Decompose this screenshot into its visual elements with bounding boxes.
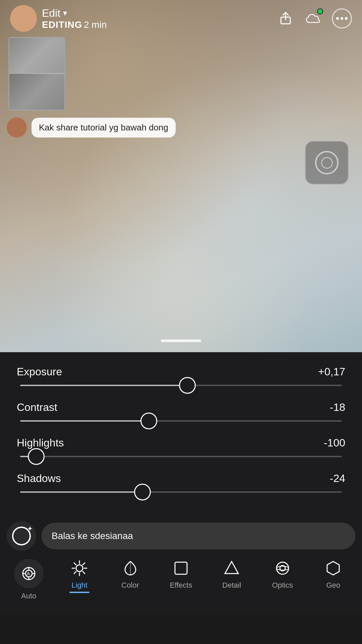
tool-item-optics[interactable]: Optics bbox=[266, 559, 299, 590]
top-right-icons bbox=[277, 8, 352, 29]
slider-label-contrast: Contrast bbox=[17, 401, 57, 414]
svg-rect-19 bbox=[175, 562, 187, 574]
slider-header-exposure: Exposure +0,17 bbox=[17, 366, 345, 378]
edit-label[interactable]: Edit bbox=[42, 7, 60, 19]
slider-label-highlights: Highlights bbox=[17, 437, 64, 449]
top-bar: Edit ▾ EDITING 2 min bbox=[0, 0, 362, 37]
camera-lens-inner bbox=[321, 157, 333, 169]
comment-input-row: ✦ Balas ke sdesianaa bbox=[0, 521, 362, 551]
optics-icon bbox=[273, 559, 292, 578]
slider-label-exposure: Exposure bbox=[17, 366, 62, 378]
svg-line-17 bbox=[74, 572, 76, 574]
comment-text: Kak share tutorial yg bawah dong bbox=[39, 122, 168, 132]
edit-section: Edit ▾ EDITING 2 min bbox=[42, 7, 107, 30]
tool-active-indicator bbox=[69, 592, 89, 593]
slider-row-highlights[interactable]: Highlights -100 bbox=[17, 437, 345, 457]
slider-header-shadows: Shadows -24 bbox=[17, 472, 345, 485]
tool-item-detail[interactable]: Detail bbox=[215, 559, 248, 590]
commenter-avatar bbox=[7, 117, 27, 138]
photo-area: Kak share tutorial yg bawah dong bbox=[0, 0, 362, 352]
slider-value-contrast: -18 bbox=[330, 401, 345, 414]
slider-row-shadows[interactable]: Shadows -24 bbox=[17, 472, 345, 493]
dot1 bbox=[336, 17, 339, 20]
slider-fill-shadows bbox=[20, 491, 142, 493]
tool-item-light[interactable]: Light bbox=[63, 559, 96, 593]
slider-value-exposure: +0,17 bbox=[318, 366, 345, 378]
slider-track-contrast[interactable] bbox=[20, 420, 342, 422]
slider-fill-exposure bbox=[20, 385, 187, 386]
cloud-sync-icon[interactable] bbox=[304, 10, 322, 27]
slider-value-shadows: -24 bbox=[330, 472, 345, 485]
slider-thumb-exposure[interactable] bbox=[179, 377, 196, 394]
dot2 bbox=[341, 17, 343, 20]
cloud-sync-dot bbox=[317, 8, 323, 14]
slider-header-highlights: Highlights -100 bbox=[17, 437, 345, 449]
tool-label-optics: Optics bbox=[272, 581, 293, 590]
comment-bubble: Kak share tutorial yg bawah dong bbox=[32, 118, 176, 138]
slider-track-shadows[interactable] bbox=[20, 491, 342, 493]
editing-time: 2 min bbox=[84, 19, 107, 30]
slider-thumb-highlights[interactable] bbox=[28, 448, 45, 465]
slider-track-exposure[interactable] bbox=[20, 385, 342, 386]
tool-label-geo: Geo bbox=[326, 581, 340, 590]
tool-item-color[interactable]: Color bbox=[114, 559, 147, 590]
share-icon[interactable] bbox=[277, 10, 294, 27]
drag-handle[interactable] bbox=[161, 339, 201, 342]
light-icon bbox=[70, 559, 89, 578]
editing-panel: Exposure +0,17 Contrast -18 Highlights -… bbox=[0, 352, 362, 515]
slider-row-contrast[interactable]: Contrast -18 bbox=[17, 401, 345, 422]
tool-label-auto: Auto bbox=[21, 592, 36, 600]
camera-lens bbox=[315, 151, 339, 174]
slider-row-exposure[interactable]: Exposure +0,17 bbox=[17, 366, 345, 386]
tool-item-auto[interactable]: A Auto bbox=[12, 559, 46, 600]
svg-line-14 bbox=[74, 563, 76, 565]
svg-point-23 bbox=[277, 566, 289, 570]
tool-label-detail: Detail bbox=[222, 581, 241, 590]
slider-value-highlights: -100 bbox=[324, 437, 345, 449]
bottom-nav: ✦ Balas ke sdesianaa A Auto bbox=[0, 515, 362, 614]
auto-btn-circle: A bbox=[14, 559, 44, 588]
avatar bbox=[10, 5, 37, 32]
effects-icon bbox=[172, 559, 190, 578]
toolbar: A Auto Light bbox=[0, 559, 362, 600]
comment-placeholder: Balas ke sdesianaa bbox=[52, 531, 133, 541]
svg-line-16 bbox=[83, 563, 85, 565]
slider-thumb-shadows[interactable] bbox=[134, 484, 151, 500]
tool-label-color: Color bbox=[121, 581, 139, 590]
svg-line-15 bbox=[83, 572, 85, 574]
thumb-top bbox=[9, 38, 64, 74]
slider-fill-contrast bbox=[20, 420, 149, 422]
color-icon bbox=[121, 559, 140, 578]
camera-overlay-button[interactable] bbox=[305, 141, 349, 184]
tool-item-effects[interactable]: Effects bbox=[164, 559, 198, 590]
geo-icon bbox=[324, 559, 343, 578]
tool-label-effects: Effects bbox=[170, 581, 192, 590]
svg-point-9 bbox=[76, 565, 83, 572]
svg-text:A: A bbox=[27, 571, 30, 576]
dot3 bbox=[345, 17, 348, 20]
tool-item-geo[interactable]: Geo bbox=[316, 559, 350, 590]
svg-marker-20 bbox=[225, 561, 238, 574]
thumb-bottom bbox=[9, 74, 64, 110]
edit-dropdown-icon[interactable]: ▾ bbox=[63, 8, 67, 18]
slider-track-highlights[interactable] bbox=[20, 456, 342, 457]
editing-status: EDITING bbox=[42, 19, 82, 30]
comment-input[interactable]: Balas ke sdesianaa bbox=[42, 523, 355, 549]
camera-capture-button[interactable]: ✦ bbox=[7, 521, 36, 551]
slider-thumb-contrast[interactable] bbox=[140, 413, 157, 429]
camera-sparkle-icon: ✦ bbox=[27, 525, 33, 533]
camera-btn-inner: ✦ bbox=[12, 527, 31, 545]
slider-label-shadows: Shadows bbox=[17, 472, 61, 485]
tool-label-light: Light bbox=[71, 581, 87, 590]
svg-point-21 bbox=[277, 562, 289, 574]
comment-area: Kak share tutorial yg bawah dong bbox=[7, 117, 176, 138]
thumbnail-overlay[interactable] bbox=[8, 37, 65, 111]
more-options-button[interactable] bbox=[332, 8, 352, 29]
slider-header-contrast: Contrast -18 bbox=[17, 401, 345, 414]
detail-icon bbox=[222, 559, 241, 578]
